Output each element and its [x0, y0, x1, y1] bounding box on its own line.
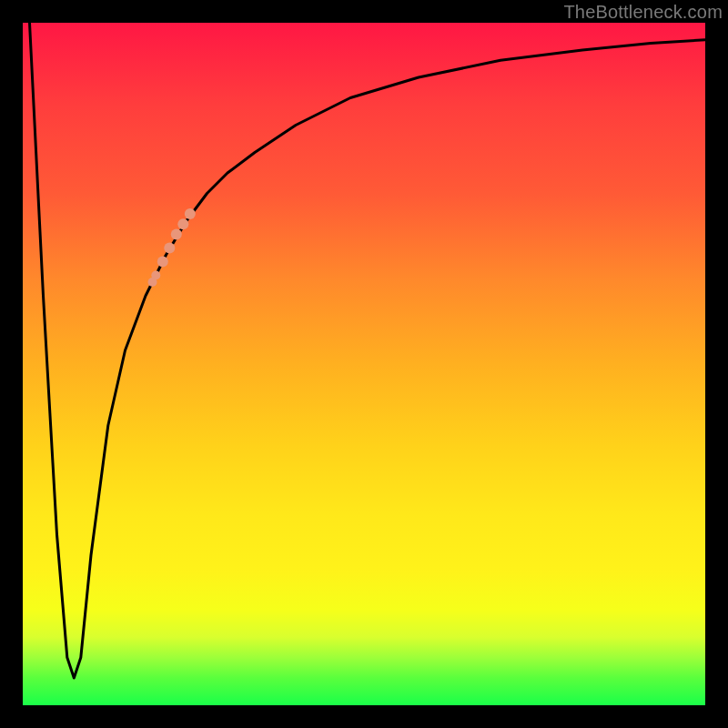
highlight-point: [151, 271, 160, 280]
highlight-point: [164, 243, 175, 254]
chart-overlay-svg: [23, 23, 705, 705]
highlight-point: [177, 218, 188, 229]
highlight-point: [185, 208, 196, 219]
highlight-point: [157, 257, 168, 268]
highlight-point: [171, 229, 182, 240]
watermark-text: TheBottleneck.com: [563, 2, 723, 23]
bottleneck-curve-path: [30, 23, 706, 678]
chart-stage: TheBottleneck.com: [0, 0, 728, 728]
